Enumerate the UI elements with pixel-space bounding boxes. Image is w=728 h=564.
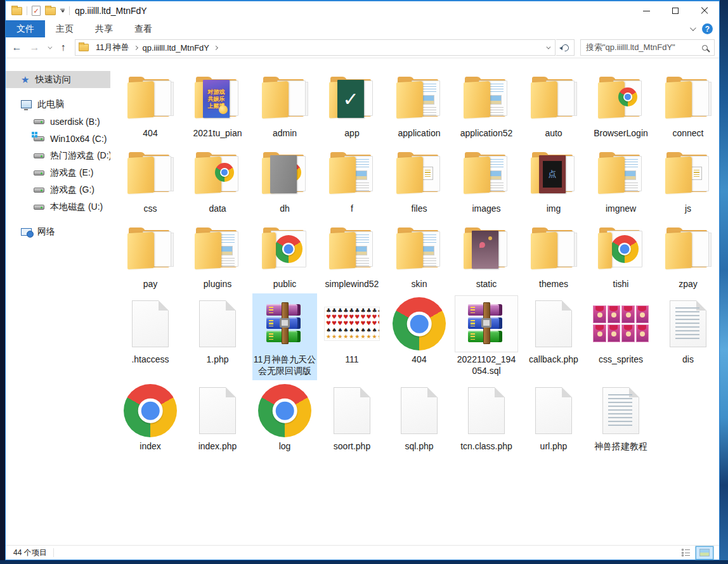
file-item-dh[interactable]: dh (252, 143, 317, 218)
file-item-simplewind52[interactable]: simplewind52 (320, 218, 384, 293)
file-item-zpay[interactable]: zpay (656, 218, 719, 293)
file-item-skin[interactable]: skin (387, 218, 452, 293)
customize-qat-caret-icon[interactable] (60, 9, 65, 13)
file-item-images[interactable]: images (454, 143, 519, 218)
gray-page-overlay (270, 155, 297, 193)
folder-icon: 点 (529, 150, 578, 196)
file-item-tcn.class.php[interactable]: tcn.class.php (454, 380, 519, 456)
file-item-111[interactable]: ♣♣♣♣♣♣♣♣♣♣♣♣♥♥♥♥♥♥♥♥♥♥♥♥♥♥♥♥♥♥♥♥♥♥♥♥♠♠♠♠… (320, 293, 384, 380)
file-item-connect[interactable]: connect (656, 67, 719, 143)
file-item-f[interactable]: f (320, 143, 384, 218)
search-box[interactable]: 搜索"qp.iiilll.ltd_MtnFdY" (580, 39, 715, 56)
file-item-dis[interactable]: dis (656, 293, 719, 380)
file-item-css[interactable]: css (118, 143, 183, 218)
chrome-logo-icon (611, 235, 639, 263)
breadcrumb-chevron-icon (133, 45, 138, 49)
sidebar-item-网络[interactable]: 网络 (6, 223, 110, 240)
file-item-img[interactable]: 点 img (521, 143, 586, 218)
file-item-tishi[interactable]: tishi (588, 218, 653, 293)
recent-locations-chevron-icon[interactable] (44, 39, 54, 56)
blank-file-icon (401, 387, 438, 434)
back-button[interactable]: ← (8, 39, 25, 56)
sidebar-item-Win10x64 (C:)[interactable]: Win10x64 (C:) (6, 130, 110, 147)
file-item-20221102_194054.sql[interactable]: 20221102_194054.sql (454, 293, 519, 380)
file-item-.htaccess[interactable]: .htaccess (118, 293, 183, 380)
blank-file-icon (468, 387, 505, 434)
details-view-icon (682, 549, 690, 556)
file-item-app[interactable]: ✓ app (320, 67, 384, 143)
ribbon-right: ? (690, 20, 719, 37)
blank-file-icon (535, 387, 572, 434)
sidebar-item-热门游戏盘 (D:)[interactable]: 热门游戏盘 (D:) (6, 147, 110, 164)
file-item-soort.php[interactable]: soort.php (320, 380, 384, 456)
breadcrumb-segment[interactable]: 11月神兽 (93, 42, 132, 53)
sidebar-item-本地磁盘 (U:)[interactable]: 本地磁盘 (U:) (6, 198, 110, 215)
file-item-css_sprites[interactable]: css_sprites (588, 293, 653, 380)
file-item-BrowserLogin[interactable]: BrowserLogin (588, 67, 653, 143)
file-item-application52[interactable]: application52 (454, 67, 519, 143)
file-item-admin[interactable]: admin (252, 67, 317, 143)
chrome-logo-icon (215, 163, 234, 182)
tab-文件[interactable]: 文件 (6, 20, 45, 37)
file-item-data[interactable]: data (185, 143, 250, 218)
chrome-logo-icon (124, 384, 177, 437)
file-item-404[interactable]: 404 (118, 67, 183, 143)
file-item-auto[interactable]: auto (521, 67, 586, 143)
new-folder-icon[interactable] (45, 7, 56, 15)
file-item-plugins[interactable]: plugins (185, 218, 250, 293)
file-item-public[interactable]: public (252, 218, 317, 293)
folder-icon: ✓ (327, 75, 377, 120)
forward-button[interactable]: → (26, 39, 43, 56)
file-item-index.php[interactable]: index.php (185, 380, 250, 456)
ribbon-collapse-chevron-icon[interactable] (690, 25, 696, 31)
file-item-url.php[interactable]: url.php (521, 380, 586, 456)
file-item-2021tu_pian[interactable]: 对游戏共娱乐上赌博 2021tu_pian (185, 67, 250, 143)
file-item-application[interactable]: application (387, 67, 452, 143)
file-item-11月神兽九天公会无限回调版[interactable]: 11月神兽九天公会无限回调版 (252, 293, 317, 380)
file-item-log[interactable]: log (252, 380, 317, 456)
file-item-404[interactable]: 404 (387, 293, 452, 380)
file-item-themes[interactable]: themes (521, 218, 586, 293)
close-button[interactable] (690, 1, 719, 20)
blank-file-icon (535, 300, 572, 347)
file-item-index[interactable]: index (118, 380, 183, 456)
blank-file-icon (199, 300, 236, 347)
quick-access-star-icon: ★ (21, 75, 29, 84)
folder-icon (193, 226, 242, 271)
maximize-button[interactable] (661, 1, 690, 20)
file-item-神兽搭建教程[interactable]: 神兽搭建教程 (588, 380, 653, 456)
refresh-button[interactable] (556, 39, 575, 56)
file-item-1.php[interactable]: 1.php (185, 293, 250, 380)
sidebar-item-游戏盘 (G:)[interactable]: 游戏盘 (G:) (6, 181, 110, 198)
details-view-button[interactable] (677, 547, 694, 559)
properties-check-icon[interactable]: ✓ (32, 6, 41, 16)
breadcrumb-chevron-icon (214, 45, 218, 49)
help-icon[interactable]: ? (702, 23, 713, 34)
file-item-sql.php[interactable]: sql.php (387, 380, 452, 456)
tab-主页[interactable]: 主页 (45, 20, 84, 37)
tab-查看[interactable]: 查看 (124, 20, 163, 37)
sidebar-item-userdisk (B:)[interactable]: userdisk (B:) (6, 113, 110, 130)
address-bar[interactable]: 11月神兽qp.iiilll.ltd_MtnFdY (75, 39, 556, 56)
minimize-button[interactable] (632, 1, 661, 20)
address-history-chevron-icon[interactable] (540, 46, 555, 49)
sidebar-item-此电脑[interactable]: 此电脑 (6, 96, 110, 113)
file-item-files[interactable]: files (387, 143, 452, 218)
folder-icon (596, 226, 646, 271)
file-item-pay[interactable]: pay (118, 218, 183, 293)
breadcrumb-segment[interactable]: qp.iiilll.ltd_MtnFdY (140, 43, 212, 53)
separator (27, 6, 27, 15)
file-item-callback.php[interactable]: callback.php (521, 293, 586, 380)
thumbnails-view-button[interactable] (696, 547, 713, 559)
blank-file-icon (132, 300, 169, 347)
chrome-logo-icon (618, 87, 637, 106)
file-item-imgnew[interactable]: imgnew (588, 143, 653, 218)
up-button[interactable]: ↑ (55, 39, 72, 56)
rar-archive-icon (468, 304, 505, 343)
file-item-static[interactable]: static (454, 218, 519, 293)
sidebar-item-快速访问[interactable]: ★ 快速访问 (6, 71, 110, 88)
sidebar-item-游戏盘 (E:)[interactable]: 游戏盘 (E:) (6, 164, 110, 181)
file-item-js[interactable]: js (656, 143, 719, 218)
tab-共享[interactable]: 共享 (84, 20, 124, 37)
folder-icon (260, 75, 309, 120)
